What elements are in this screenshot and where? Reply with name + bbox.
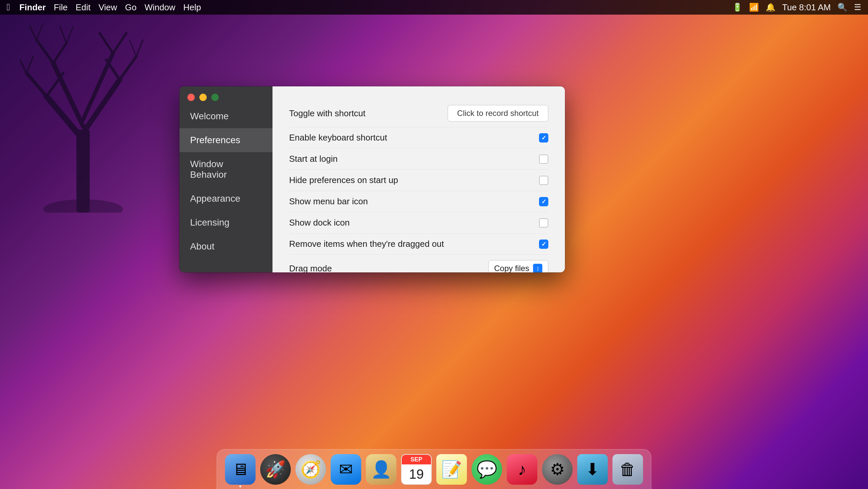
- svg-line-13: [20, 60, 27, 73]
- sidebar-item-appearance[interactable]: Appearance: [180, 187, 273, 210]
- menubar-left:  Finder File Edit View Go Window Help: [7, 2, 733, 12]
- dock-item-mail[interactable]: ✉: [331, 454, 361, 485]
- checkbox-remove-items[interactable]: [539, 239, 548, 249]
- dock-item-system-preferences[interactable]: ⚙: [542, 454, 572, 485]
- svg-line-20: [130, 40, 136, 57]
- sidebar-item-window-behavior[interactable]: Window Behavior: [180, 152, 273, 187]
- pref-control-show-menu-bar: [539, 197, 548, 206]
- window-controls: [187, 94, 219, 101]
- notification-center-icon[interactable]: ☰: [854, 3, 861, 12]
- search-icon[interactable]: 🔍: [837, 3, 847, 12]
- dock-item-music[interactable]: ♪: [507, 454, 537, 485]
- menubar-help[interactable]: Help: [183, 2, 201, 12]
- preferences-window: Welcome Preferences Window Behavior Appe…: [180, 86, 565, 272]
- dock-item-downloads[interactable]: ⬇: [577, 454, 608, 485]
- dock-item-messages[interactable]: 💬: [471, 454, 502, 485]
- svg-line-14: [27, 57, 33, 73]
- pref-row-enable-keyboard: Enable keyboard shortcut: [289, 127, 548, 149]
- pref-row-remove-items: Remove items when they're dragged out: [289, 233, 548, 255]
- checkbox-show-menu-bar[interactable]: [539, 197, 548, 206]
- svg-line-18: [66, 27, 73, 43]
- menubar-time: Tue 8:01 AM: [782, 2, 831, 12]
- notification-icon: 🔔: [766, 3, 776, 12]
- dock-item-launchpad[interactable]: 🚀: [260, 454, 291, 485]
- dock-running-indicator: [239, 485, 241, 487]
- pref-row-start-login: Start at login: [289, 149, 548, 170]
- main-content: Toggle with shortcut Click to record sho…: [273, 86, 565, 272]
- calendar-month: SEP: [402, 455, 431, 465]
- pref-row-show-dock-icon: Show dock icon: [289, 212, 548, 233]
- drag-mode-dropdown[interactable]: Copy files ↕: [489, 260, 548, 272]
- tree-silhouette: [20, 13, 146, 213]
- record-shortcut-button[interactable]: Click to record shortcut: [447, 105, 548, 122]
- svg-line-6: [46, 73, 63, 96]
- close-button[interactable]: [187, 94, 195, 101]
- svg-line-12: [100, 33, 113, 53]
- sidebar-item-about[interactable]: About: [180, 234, 273, 258]
- pref-control-enable-keyboard: [539, 133, 548, 142]
- dock-item-contacts[interactable]: 👤: [366, 454, 397, 485]
- svg-line-5: [27, 73, 46, 96]
- dock-item-trash[interactable]: 🗑: [613, 454, 643, 485]
- svg-line-7: [120, 57, 136, 80]
- svg-point-21: [43, 199, 123, 213]
- dock-item-safari[interactable]: 🧭: [296, 454, 326, 485]
- menubar-window[interactable]: Window: [145, 2, 175, 12]
- menubar-right: 🔋 📶 🔔 Tue 8:01 AM 🔍 ☰: [733, 2, 861, 12]
- pref-label-hide-prefs: Hide preferences on start up: [289, 175, 539, 185]
- pref-control-start-login: [539, 155, 548, 164]
- checkbox-show-dock-icon[interactable]: [539, 218, 548, 228]
- drag-mode-value: Copy files: [494, 264, 529, 272]
- sidebar-item-preferences[interactable]: Preferences: [180, 128, 273, 152]
- checkbox-enable-keyboard[interactable]: [539, 133, 548, 142]
- pref-control-remove-items: [539, 239, 548, 249]
- dock-item-calendar[interactable]: SEP 19: [401, 454, 432, 485]
- pref-control-toggle-shortcut: Click to record shortcut: [447, 105, 548, 122]
- svg-line-19: [136, 40, 143, 57]
- sidebar: Welcome Preferences Window Behavior Appe…: [180, 86, 273, 272]
- svg-line-10: [53, 43, 66, 63]
- calendar-date: 19: [402, 464, 431, 484]
- menubar:  Finder File Edit View Go Window Help 🔋…: [0, 0, 868, 14]
- svg-line-17: [60, 27, 66, 43]
- wifi-icon: 📶: [749, 3, 759, 12]
- checkbox-start-login[interactable]: [539, 155, 548, 164]
- menubar-edit[interactable]: Edit: [76, 2, 91, 12]
- svg-line-3: [53, 63, 83, 126]
- sidebar-item-welcome[interactable]: Welcome: [180, 104, 273, 128]
- apple-menu[interactable]: : [7, 2, 10, 12]
- battery-icon: 🔋: [733, 3, 742, 12]
- pref-control-hide-prefs: [539, 176, 548, 185]
- pref-row-show-menu-bar: Show menu bar icon: [289, 191, 548, 212]
- pref-label-show-dock-icon: Show dock icon: [289, 218, 539, 228]
- checkbox-hide-prefs[interactable]: [539, 176, 548, 185]
- maximize-button[interactable]: [211, 94, 219, 101]
- dropdown-arrow-icon: ↕: [533, 264, 542, 272]
- pref-row-hide-prefs: Hide preferences on start up: [289, 170, 548, 191]
- menubar-view[interactable]: View: [98, 2, 117, 12]
- pref-label-toggle-shortcut: Toggle with shortcut: [289, 108, 447, 119]
- pref-control-drag-mode: Copy files ↕: [489, 260, 548, 272]
- svg-line-11: [113, 33, 126, 53]
- pref-row-drag-mode: Drag mode Copy files ↕: [289, 255, 548, 272]
- dock-item-notes[interactable]: 📝: [436, 454, 467, 485]
- dock: 🖥 🚀 🧭 ✉ 👤 SEP 19 📝 💬 ♪ ⚙ ⬇: [217, 449, 651, 489]
- menubar-app-name[interactable]: Finder: [19, 2, 45, 12]
- pref-label-remove-items: Remove items when they're dragged out: [289, 239, 539, 249]
- calendar-widget: SEP 19: [401, 454, 432, 485]
- dock-item-finder[interactable]: 🖥: [225, 454, 255, 485]
- menubar-go[interactable]: Go: [125, 2, 136, 12]
- minimize-button[interactable]: [199, 94, 207, 101]
- pref-label-start-login: Start at login: [289, 154, 539, 164]
- sidebar-item-licensing[interactable]: Licensing: [180, 210, 273, 234]
- pref-label-drag-mode: Drag mode: [289, 263, 489, 273]
- svg-line-15: [30, 27, 36, 40]
- menubar-file[interactable]: File: [54, 2, 68, 12]
- pref-control-show-dock-icon: [539, 218, 548, 228]
- pref-row-toggle-shortcut: Toggle with shortcut Click to record sho…: [289, 100, 548, 127]
- pref-label-enable-keyboard: Enable keyboard shortcut: [289, 133, 539, 143]
- svg-line-8: [106, 60, 120, 80]
- pref-label-show-menu-bar: Show menu bar icon: [289, 196, 539, 207]
- svg-line-16: [36, 23, 43, 40]
- svg-line-9: [36, 40, 53, 63]
